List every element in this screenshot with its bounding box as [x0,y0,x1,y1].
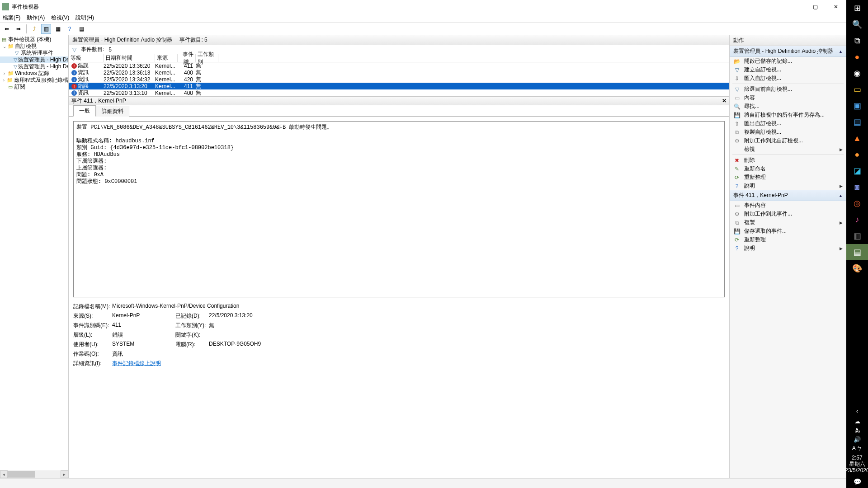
scroll-thumb[interactable] [8,471,35,478]
scroll-right-button[interactable]: ▸ [61,470,68,478]
actions-section-2[interactable]: 事件 411，Kernel-PnP ▲ [730,190,846,201]
tree-admin-events[interactable]: ▽ 系統管理事件 [0,50,68,56]
taskbar-app-eventviewer[interactable]: ▤ [846,244,868,260]
toolbar-help-button[interactable]: ? [65,24,75,34]
action-import-custom-view[interactable]: ⇩匯入自訂檢視... [730,74,846,83]
tray-ime-icon[interactable]: A ㄅ [846,444,868,453]
collapse-icon[interactable]: ⌄ [2,44,7,49]
start-button[interactable]: ⊞ [846,0,868,16]
menu-view[interactable]: 檢視(V) [51,14,69,22]
toolbar-button-3[interactable]: ▤ [76,24,86,34]
nav-back-button[interactable]: ⬅ [2,24,12,34]
tray-onedrive-icon[interactable]: ☁ [846,417,868,426]
action-refresh[interactable]: ⟳重新整理 [730,173,846,182]
window-close[interactable]: ✕ [826,0,846,14]
info-icon: i [71,77,77,82]
event-log-online-help-link[interactable]: 事件記錄檔線上說明 [112,360,161,366]
nav-forward-button[interactable]: ➡ [14,24,24,34]
tree-subscriptions[interactable]: ▭ 訂閱 [0,84,68,90]
taskbar-app-12[interactable]: ▥ [846,228,868,244]
show-hide-tree-button[interactable]: ⤴ [29,24,39,34]
window-minimize[interactable]: — [784,0,805,14]
action-open-saved-log[interactable]: 📂開啟已儲存的記錄... [730,57,846,66]
action-help[interactable]: ?說明▶ [730,182,846,190]
taskbar-app-5[interactable]: ▤ [846,114,868,130]
action-filter-current-view[interactable]: ▽篩選目前自訂檢視... [730,85,846,94]
search-button[interactable]: 🔍 [846,16,868,33]
action-save-selected[interactable]: 💾儲存選取的事件... [730,227,846,235]
menu-action[interactable]: 動作(A) [27,14,45,22]
nav-tree[interactable]: ▤ 事件檢視器 (本機) ⌄ 📁 自訂檢視 ▽ 系統管理事件 ▽ 裝置管理員 -… [0,35,69,478]
action-center-button[interactable]: 💬 [846,475,868,488]
tree-custom-views[interactable]: ⌄ 📁 自訂檢視 [0,43,68,50]
col-eventid[interactable]: 事件識... [178,54,196,62]
taskbar-app-14[interactable]: 🎨 [846,260,868,277]
col-task[interactable]: 工作類別 [196,54,218,62]
action-find[interactable]: 🔍尋找... [730,102,846,111]
tree-windows-logs[interactable]: › 📁 Windows 記錄 [0,70,68,77]
action-attach-task-view[interactable]: ⚙附加工作到此自訂檢視... [730,136,846,145]
event-row[interactable]: !錯誤22/5/2020 3:13:20Kernel...411無 [69,83,729,89]
tray-volume-icon[interactable]: 🔊 [846,435,868,444]
action-rename[interactable]: ✎重新命名 [730,164,846,173]
action-copy-event[interactable]: ⧉複製▶ [730,218,846,227]
action-properties[interactable]: ▭內容 [730,94,846,102]
actions-section-1[interactable]: 裝置管理員 - High Definition Audio 控制器 ▲ [730,46,846,57]
action-attach-task-event[interactable]: ⚙附加工作到此事件... [730,210,846,218]
taskbar-app-firefox[interactable]: ● [846,49,868,65]
detail-header: 事件 411，Kernel-PnP ✕ [69,96,729,105]
action-create-custom-view[interactable]: ▽建立自訂檢視... [730,66,846,74]
toolbar-button-1[interactable]: ▥ [41,24,51,34]
event-grid[interactable]: !錯誤22/5/2020 13:36:20Kernel...411無i資訊22/… [69,62,729,96]
actions-pane: 動作 裝置管理員 - High Definition Audio 控制器 ▲ 📂… [730,35,846,478]
event-row[interactable]: !錯誤22/5/2020 13:36:20Kernel...411無 [69,62,729,69]
action-delete[interactable]: ✖刪除 [730,156,846,164]
col-datetime[interactable]: 日期和時間 [104,54,155,62]
action-view-submenu[interactable]: 檢視▶ [730,145,846,154]
menu-file[interactable]: 檔案(F) [3,14,20,22]
taskbar-app-explorer[interactable]: ▭ [846,81,868,98]
tree-root[interactable]: ▤ 事件檢視器 (本機) [0,36,68,43]
tree-horizontal-scrollbar[interactable]: ◂ ▸ [0,470,68,478]
event-description[interactable]: 裝置 PCI\VEN_8086&DEV_A348&SUBSYS_CB161462… [73,121,725,297]
taskbar-clock[interactable]: 2:57 星期六 23/5/2020 [845,453,868,475]
cell-task: 無 [196,89,218,97]
event-row[interactable]: i資訊22/5/2020 13:34:32Kernel...420無 [69,76,729,83]
window-maximize[interactable]: ▢ [805,0,826,14]
action-event-properties[interactable]: ▭事件內容 [730,201,846,210]
task-view-button[interactable]: ⧉ [846,33,868,49]
action-refresh-2[interactable]: ⟳重新整理 [730,235,846,244]
toolbar-button-2[interactable]: ▦ [53,24,63,34]
tray-network-icon[interactable]: 🖧 [846,426,868,435]
expand-icon[interactable]: › [2,78,6,83]
scroll-left-button[interactable]: ◂ [0,470,8,478]
event-row[interactable]: i資訊22/5/2020 13:36:13Kernel...400無 [69,69,729,76]
taskbar-app-discord[interactable]: ◙ [846,179,868,195]
tree-device-manager-1[interactable]: ▽ 裝置管理員 - High Defin [0,56,68,63]
tab-general[interactable]: 一般 [73,105,96,117]
action-save-all-events[interactable]: 💾將自訂檢視中的所有事件另存為... [730,111,846,119]
action-export-custom-view[interactable]: ⇧匯出自訂檢視... [730,119,846,128]
taskbar-app-10[interactable]: ◎ [846,195,868,211]
taskbar-app-7[interactable]: ● [846,146,868,163]
col-source[interactable]: 來源 [155,54,178,62]
tab-details[interactable]: 詳細資料 [96,106,129,117]
action-copy-custom-view[interactable]: ⧉複製自訂檢視... [730,128,846,136]
expand-icon[interactable]: › [2,71,7,76]
separator [26,24,27,33]
event-row[interactable]: i資訊22/5/2020 3:13:10Kernel...400無 [69,89,729,96]
action-help-2[interactable]: ?說明▶ [730,244,846,253]
tree-device-manager-2[interactable]: ▽ 裝置管理員 - High Defin [0,63,68,70]
detail-close-button[interactable]: ✕ [722,98,726,104]
taskbar-app-8[interactable]: ◪ [846,163,868,179]
taskbar-app-vlc[interactable]: ▲ [846,130,868,146]
tree-app-services-logs[interactable]: › 📁 應用程式及服務記錄檔 [0,77,68,84]
menu-help[interactable]: 說明(H) [75,14,94,22]
taskbar-app-chrome[interactable]: ◉ [846,65,868,81]
windows-taskbar[interactable]: ⊞ 🔍 ⧉ ● ◉ ▭ ▣ ▤ ▲ ● ◪ ◙ ◎ ♪ ▥ ▤ 🎨 ‹ ☁ 🖧 … [846,0,868,488]
taskbar-app-4[interactable]: ▣ [846,98,868,114]
collapse-icon: ▲ [839,193,843,198]
tray-expand-button[interactable]: ‹ [846,406,868,417]
col-level[interactable]: 等級 [69,54,104,62]
taskbar-app-11[interactable]: ♪ [846,211,868,228]
